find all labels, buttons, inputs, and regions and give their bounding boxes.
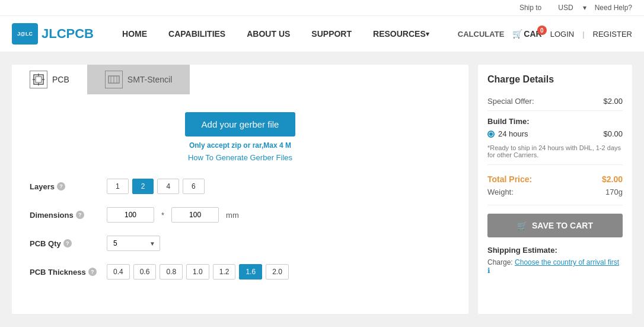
right-panel: Charge Details Special Offer: $2.00 Buil…	[478, 65, 632, 314]
layers-btn-4[interactable]: 4	[157, 179, 179, 194]
build-note: *Ready to ship in 24 hours with DHL, 1-2…	[487, 142, 623, 165]
pcb-icon	[30, 71, 47, 88]
main-panel: PCB SMT-Stencil Add your gerber file Onl…	[12, 65, 468, 314]
pcb-qty-label: PCB Qty ?	[30, 239, 107, 248]
upload-hint-text: Only accept zip or rar,Max	[189, 141, 278, 150]
thickness-btn-06[interactable]: 0.6	[133, 264, 157, 280]
register-link[interactable]: REGISTER	[593, 30, 632, 39]
weight-value: 170g	[605, 188, 623, 196]
pcb-thickness-row: PCB Thickness ? 0.4 0.6 0.8 1.0 1.2 1.6 …	[30, 264, 451, 280]
layers-values: 1 2 4 6	[107, 179, 205, 194]
build-time-option: 24 hours	[498, 129, 528, 138]
shipping-section: Shipping Estimate: Charge: Choose the co…	[487, 246, 623, 275]
layers-row: Layers ? 1 2 4 6	[30, 179, 451, 194]
layers-btn-6[interactable]: 6	[183, 179, 205, 194]
thickness-btn-16[interactable]: 1.6	[239, 264, 262, 280]
pcb-qty-select[interactable]: 5 10 15 20 25 30 50 100	[107, 236, 160, 251]
pcb-thickness-values: 0.4 0.6 0.8 1.0 1.2 1.6 2.0	[107, 264, 289, 280]
total-price-value: $2.00	[602, 174, 623, 184]
logo-text: JLCPCB	[42, 26, 94, 42]
main-nav: HOME CAPABILITIES ABOUT US SUPPORT RESOU…	[111, 15, 458, 52]
logo-icon: J@LC	[12, 23, 38, 45]
thickness-btn-12[interactable]: 1.2	[213, 264, 236, 280]
save-cart-label: SAVE TO CART	[532, 221, 593, 230]
nav-right: CALCULATE 🛒 CAR 0 LOGIN | REGISTER	[458, 29, 632, 39]
tab-pcb[interactable]: PCB	[12, 65, 87, 94]
shipping-info-icon: ℹ	[487, 266, 490, 275]
options-area: Layers ? 1 2 4 6 Dimensions ? *	[12, 168, 468, 299]
tab-pcb-label: PCB	[52, 75, 69, 84]
dimensions-label: Dimensions ?	[30, 211, 107, 220]
layers-help-icon[interactable]: ?	[57, 182, 65, 191]
radio-dot	[489, 132, 493, 136]
top-bar: Ship to USD ▾ Need Help?	[0, 0, 644, 16]
logo-link[interactable]: J@LC JLCPCB	[12, 23, 94, 45]
nav-support[interactable]: SUPPORT	[301, 15, 362, 52]
svg-rect-0	[34, 75, 43, 84]
charge-title: Charge Details	[487, 74, 623, 85]
need-help-link[interactable]: Need Help?	[595, 4, 632, 12]
nav-home[interactable]: HOME	[111, 15, 158, 52]
pcb-qty-select-wrapper: 5 10 15 20 25 30 50 100 ▼	[107, 236, 160, 251]
dimensions-help-icon[interactable]: ?	[76, 211, 84, 219]
smt-icon	[105, 71, 123, 88]
how-to-link[interactable]: How To Generate Gerber Files	[188, 153, 292, 162]
pcb-qty-help-icon[interactable]: ?	[63, 239, 72, 247]
build-time-radio[interactable]: 24 hours	[487, 129, 528, 138]
radio-circle	[487, 131, 495, 138]
layers-label: Layers ?	[30, 182, 107, 191]
tab-bar: PCB SMT-Stencil	[12, 65, 468, 94]
calculate-link[interactable]: CALCULATE	[458, 30, 504, 39]
save-cart-icon: 🛒	[517, 221, 527, 230]
header: J@LC JLCPCB HOME CAPABILITIES ABOUT US S…	[0, 16, 644, 53]
svg-rect-1	[36, 77, 42, 82]
pcb-thickness-label: PCB Thickness ?	[30, 268, 107, 277]
dimension-unit: mm	[226, 211, 239, 220]
total-price-label: Total Price:	[487, 174, 532, 184]
upload-size: 4 M	[279, 141, 291, 150]
weight-label: Weight:	[487, 188, 514, 196]
login-link[interactable]: LOGIN	[550, 30, 574, 39]
special-offer-value: $2.00	[603, 97, 623, 106]
nav-capabilities[interactable]: CAPABILITIES	[158, 15, 236, 52]
dimensions-values: * mm	[107, 207, 239, 223]
currency-selector[interactable]: USD ▾	[550, 4, 586, 12]
thickness-btn-10[interactable]: 1.0	[186, 264, 209, 280]
currency-label: USD	[558, 4, 573, 12]
build-time-section: Build Time: 24 hours $0.00 *Ready to shi…	[487, 111, 623, 167]
build-time-price: $0.00	[603, 129, 623, 138]
multiply-symbol: *	[161, 211, 164, 220]
thickness-btn-04[interactable]: 0.4	[107, 264, 130, 280]
nav-resources[interactable]: RESOURCES	[362, 15, 440, 52]
dimension-height-input[interactable]	[171, 207, 219, 223]
build-time-label: Build Time:	[487, 117, 530, 126]
ship-to-label: Ship to	[519, 4, 541, 12]
special-offer-row: Special Offer: $2.00	[487, 92, 623, 111]
shipping-country-link[interactable]: Choose the country of arrival first	[515, 258, 619, 266]
shipping-title: Shipping Estimate:	[487, 246, 623, 255]
page-content: PCB SMT-Stencil Add your gerber file Onl…	[0, 53, 644, 326]
thickness-btn-08[interactable]: 0.8	[160, 264, 183, 280]
pcb-qty-values: 5 10 15 20 25 30 50 100 ▼	[107, 236, 160, 251]
nav-sep: |	[582, 30, 584, 39]
cart-badge: 0	[537, 26, 547, 35]
thickness-btn-20[interactable]: 2.0	[266, 264, 289, 280]
nav-about-us[interactable]: ABOUT US	[236, 15, 301, 52]
pcb-thickness-help-icon[interactable]: ?	[88, 268, 97, 276]
cart-button[interactable]: 🛒 CAR 0	[512, 29, 541, 39]
currency-arrow: ▾	[583, 4, 586, 12]
dimensions-row: Dimensions ? * mm	[30, 207, 451, 223]
layers-btn-2[interactable]: 2	[132, 179, 154, 194]
dimension-width-input[interactable]	[107, 207, 154, 223]
tab-smt-label: SMT-Stencil	[127, 75, 172, 84]
upload-hint: Only accept zip or rar,Max 4 M	[189, 141, 291, 150]
save-to-cart-button[interactable]: 🛒 SAVE TO CART	[487, 214, 623, 237]
layers-btn-1[interactable]: 1	[107, 179, 129, 194]
upload-area: Add your gerber file Only accept zip or …	[12, 94, 468, 168]
weight-row: Weight: 170g	[487, 186, 623, 205]
shipping-row: Charge: Choose the country of arrival fi…	[487, 258, 623, 275]
upload-gerber-button[interactable]: Add your gerber file	[185, 112, 296, 136]
build-time-option-row: 24 hours $0.00	[487, 126, 623, 142]
tab-smt-stencil[interactable]: SMT-Stencil	[87, 65, 190, 94]
total-price-row: Total Price: $2.00	[487, 167, 623, 186]
